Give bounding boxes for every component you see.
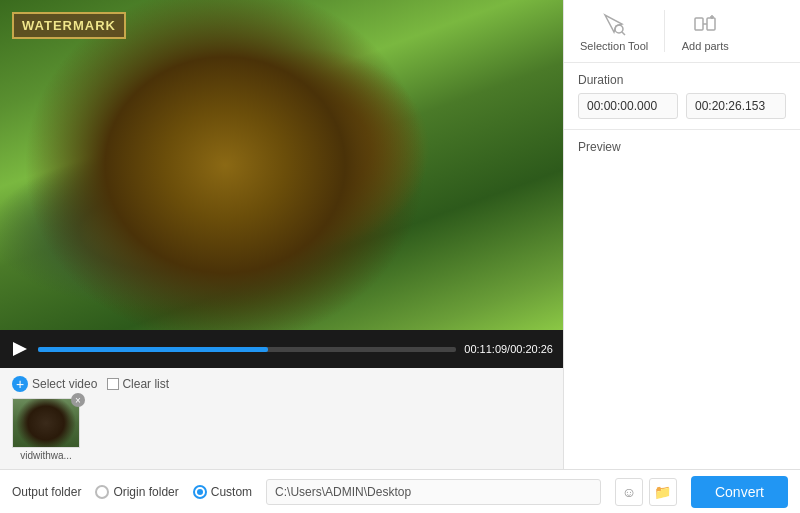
duration-section: Duration	[564, 63, 800, 129]
origin-folder-option[interactable]: Origin folder	[95, 485, 178, 499]
emoji-icon: ☺	[622, 484, 636, 500]
duration-fields	[578, 93, 786, 119]
custom-folder-label: Custom	[211, 485, 252, 499]
tools-bar: Selection Tool Add parts	[564, 0, 800, 63]
video-thumbnail: WATERMARK	[0, 0, 563, 330]
select-video-label: Select video	[32, 377, 97, 391]
frog-art	[0, 0, 563, 330]
video-controls: 00:11:09/00:20:26	[0, 330, 563, 368]
radio-group: Origin folder Custom	[95, 485, 252, 499]
selection-tool-button[interactable]: Selection Tool	[564, 4, 664, 58]
media-item-name: vidwithwa...	[12, 450, 80, 461]
select-video-button[interactable]: + Select video	[12, 376, 97, 392]
emoji-button[interactable]: ☺	[615, 478, 643, 506]
time-display: 00:11:09/00:20:26	[464, 343, 553, 355]
origin-folder-label: Origin folder	[113, 485, 178, 499]
svg-point-0	[615, 25, 623, 33]
media-items: × vidwithwa...	[12, 398, 551, 461]
progress-bar[interactable]	[38, 347, 456, 352]
add-parts-icon	[691, 10, 719, 38]
bottom-icons: ☺ 📁	[615, 478, 677, 506]
svg-rect-3	[707, 18, 715, 30]
duration-label: Duration	[578, 73, 786, 87]
add-parts-label: Add parts	[682, 40, 729, 52]
duration-start-field[interactable]	[578, 93, 678, 119]
output-folder-label: Output folder	[12, 485, 81, 499]
folder-button[interactable]: 📁	[649, 478, 677, 506]
custom-folder-option[interactable]: Custom	[193, 485, 252, 499]
selection-tool-icon	[600, 10, 628, 38]
selection-tool-label: Selection Tool	[580, 40, 648, 52]
play-icon	[13, 342, 27, 356]
bear-art	[13, 399, 79, 447]
duration-end-field[interactable]	[686, 93, 786, 119]
media-list-area: + Select video Clear list × vidwithwa...	[0, 368, 563, 469]
clear-checkbox[interactable]	[107, 378, 119, 390]
convert-button[interactable]: Convert	[691, 476, 788, 508]
custom-folder-radio[interactable]	[193, 485, 207, 499]
svg-line-1	[622, 32, 625, 35]
video-panel: WATERMARK 00:11:09/00:20:26 + Select vid…	[0, 0, 563, 469]
media-thumbnail	[12, 398, 80, 448]
clear-list-button[interactable]: Clear list	[107, 377, 169, 391]
main-area: WATERMARK 00:11:09/00:20:26 + Select vid…	[0, 0, 800, 469]
folder-icon: 📁	[654, 484, 671, 500]
progress-bar-fill	[38, 347, 268, 352]
preview-label: Preview	[578, 140, 786, 154]
media-item-close-button[interactable]: ×	[71, 393, 85, 407]
watermark-overlay: WATERMARK	[12, 12, 126, 39]
preview-section: Preview	[564, 129, 800, 469]
media-list-header: + Select video Clear list	[12, 376, 551, 392]
bottom-bar: Output folder Origin folder Custom ☺ 📁 C…	[0, 469, 800, 513]
origin-folder-radio[interactable]	[95, 485, 109, 499]
output-path-field[interactable]	[266, 479, 601, 505]
video-container: WATERMARK	[0, 0, 563, 330]
clear-list-label: Clear list	[122, 377, 169, 391]
svg-rect-2	[695, 18, 703, 30]
right-panel: Selection Tool Add parts Duration	[563, 0, 800, 469]
add-circle-icon: +	[12, 376, 28, 392]
media-item[interactable]: × vidwithwa...	[12, 398, 80, 461]
play-button[interactable]	[10, 339, 30, 359]
add-parts-button[interactable]: Add parts	[665, 4, 745, 58]
